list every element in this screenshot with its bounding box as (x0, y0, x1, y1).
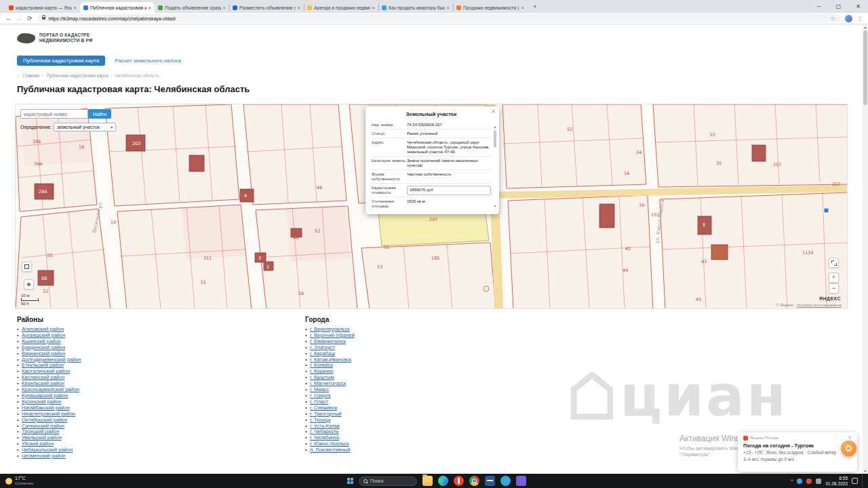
terms-link[interactable]: Условия использования (796, 303, 842, 307)
close-button[interactable]: ✕ (848, 0, 868, 13)
map-canvas[interactable]: Весенняя ул.ул. Карла Маркса 38639416203… (15, 104, 848, 309)
tab-close-icon[interactable]: × (148, 5, 151, 11)
telegram-icon[interactable] (500, 476, 511, 486)
popup-row: Кадастровая стоимость:1859070 руб (372, 184, 491, 197)
browser-tab[interactable]: Аренда и продажа недвижимос...× (304, 2, 378, 13)
lock-icon[interactable] (42, 17, 45, 20)
start-button[interactable] (347, 478, 353, 484)
popup-scrollbar[interactable]: ▲ ▼ (493, 125, 497, 208)
scrollbar-down-icon[interactable]: ▼ (863, 468, 868, 474)
region-link[interactable]: Чесменский район (17, 453, 288, 460)
profile-avatar[interactable] (845, 15, 852, 22)
parcel-label: 151 (651, 212, 659, 218)
taskbar: 17°C Солнечно Поиск ^ 8:55 0 (0, 474, 868, 488)
app-icon[interactable] (516, 476, 526, 486)
parcel-label: 33 (709, 132, 715, 138)
scroll-thumb[interactable] (494, 130, 496, 148)
zoom-out-button[interactable]: − (829, 283, 839, 293)
tab-close-icon[interactable]: × (73, 5, 77, 11)
region-link[interactable]: г. Троицк (305, 418, 576, 424)
region-link[interactable]: г. Магнитогорск (305, 381, 576, 387)
tab-close-icon[interactable]: × (372, 5, 375, 11)
new-tab-button[interactable]: + (530, 2, 540, 12)
measure-button[interactable] (22, 262, 32, 272)
taskbar-weather-widget[interactable]: 17°C Солнечно (0, 474, 39, 488)
zoom-in-button[interactable]: + (829, 272, 839, 283)
cadastral-number-input[interactable] (20, 109, 88, 119)
breadcrumb-link[interactable]: Челябинская область (115, 73, 159, 78)
popup-row: Статус:Ранее учтенный (372, 129, 491, 138)
tray-expand-icon[interactable]: ^ (791, 479, 793, 483)
breadcrumb-separator: › (111, 73, 112, 78)
site-logo-text: ПОРТАЛ О КАДАСТРЕ НЕДВИЖИМОСТИ В РФ (39, 33, 93, 43)
region-link[interactable]: г. Златоуст (305, 345, 576, 351)
maximize-button[interactable]: ▢ (829, 0, 848, 13)
antivirus-icon[interactable] (806, 479, 812, 484)
notification-center-icon[interactable] (852, 478, 858, 484)
definition-select[interactable]: земельный участок ▾ (54, 123, 116, 131)
scrollbar-thumb[interactable] (863, 30, 867, 105)
parcel-label: 52 (315, 228, 320, 234)
word-icon[interactable] (485, 476, 495, 486)
site-logo[interactable]: ПОРТАЛ О КАДАСТРЕ НЕДВИЖИМОСТИ В РФ (17, 33, 93, 43)
region-link[interactable]: п. Локомотивный (305, 447, 576, 453)
popup-row-label: Кадастровая стоимость: (372, 186, 407, 195)
bookmark-star-icon[interactable]: ☆ (831, 16, 835, 22)
yandex-logo[interactable]: ЯНДЕКС (819, 296, 841, 301)
taskbar-clock[interactable]: 8:55 01.08.2023 (825, 476, 848, 486)
browser-tab[interactable]: Как продать квартиру быстро и...× (378, 2, 453, 13)
region-link[interactable]: г. Чебаркуль (305, 429, 576, 435)
region-link[interactable]: г. Пласт (305, 399, 576, 405)
popup-row: Кад. номер:74:34:0309006:297 (372, 121, 491, 129)
tab-close-icon[interactable]: × (446, 5, 450, 11)
region-link[interactable]: г. Коркино (305, 369, 576, 375)
browser-tab[interactable]: Продажа недвижимости | Агент...× (453, 2, 528, 13)
region-link[interactable]: г. Трехгорный (305, 411, 576, 418)
explorer-icon[interactable] (422, 476, 433, 486)
chrome-icon[interactable] (469, 476, 479, 486)
show-desktop-button[interactable] (862, 474, 864, 488)
nav-public-map-button[interactable]: Публичная кадастровая карта (17, 56, 105, 66)
layers-button[interactable]: ◈ (24, 279, 34, 289)
url-field[interactable]: https://ik3map.roscadastres.com/map/chel… (37, 14, 840, 22)
page-scrollbar[interactable]: ▲ ▼ (863, 24, 868, 474)
tab-close-icon[interactable]: × (297, 5, 300, 11)
yandex-browser-icon[interactable] (454, 476, 464, 486)
back-icon[interactable]: ← (5, 16, 12, 22)
tab-close-icon[interactable]: × (521, 5, 524, 11)
scrollbar-up-icon[interactable]: ▲ (863, 24, 868, 30)
scroll-down-icon[interactable]: ▼ (493, 204, 497, 208)
region-link[interactable]: г. Копейск (305, 363, 576, 369)
browser-tab[interactable]: Подать объявление сразу на 70...× (155, 2, 229, 13)
breadcrumb: ⌂ Главная›Публичная кадастровая карта›Че… (17, 73, 159, 78)
tab-close-icon[interactable]: × (222, 5, 226, 11)
region-link[interactable]: г. Снежинск (305, 405, 576, 411)
browser-menu-icon[interactable]: ⋮ (857, 16, 863, 22)
forward-icon[interactable]: → (16, 16, 22, 22)
edge-icon[interactable] (438, 476, 448, 486)
network-icon[interactable] (797, 479, 802, 484)
browser-tab[interactable]: Публичная кадастровая карта у...× (80, 2, 155, 13)
breadcrumb-link[interactable]: Главная (22, 73, 39, 78)
fullscreen-button[interactable] (829, 258, 839, 268)
region-link[interactable]: г. Озерск (305, 393, 576, 399)
region-link[interactable]: г. Миасс (305, 387, 576, 393)
browser-tab[interactable]: Разместить объявление о прод...× (229, 2, 304, 13)
breadcrumb-link[interactable]: Публичная кадастровая карта (46, 73, 108, 78)
minimize-button[interactable]: ─ (809, 0, 829, 13)
scroll-up-icon[interactable]: ▲ (493, 125, 497, 129)
nav-land-tax-link[interactable]: Расчет земельного налога (111, 56, 185, 66)
browser-tab[interactable]: кадастровая карта — Яндекс: на...× (5, 2, 80, 13)
find-button[interactable]: Найти (88, 109, 111, 119)
region-link[interactable]: г. Усть-Катав (305, 424, 576, 430)
region-link[interactable]: г. Еманжелинск (305, 339, 576, 345)
assistant-fab-button[interactable] (841, 441, 856, 456)
taskbar-search[interactable]: Поиск (359, 476, 417, 486)
refresh-icon[interactable]: ⟳ (27, 16, 33, 22)
popup-row-value: Ранее учтенный (407, 131, 491, 136)
weather-close-icon[interactable]: ✕ (848, 435, 852, 441)
volume-icon[interactable] (816, 479, 821, 484)
popup-close-icon[interactable]: ✕ (491, 108, 496, 115)
region-link[interactable]: Увельский район (17, 435, 288, 441)
region-link[interactable]: г. Катав-Ивановск (305, 357, 576, 363)
